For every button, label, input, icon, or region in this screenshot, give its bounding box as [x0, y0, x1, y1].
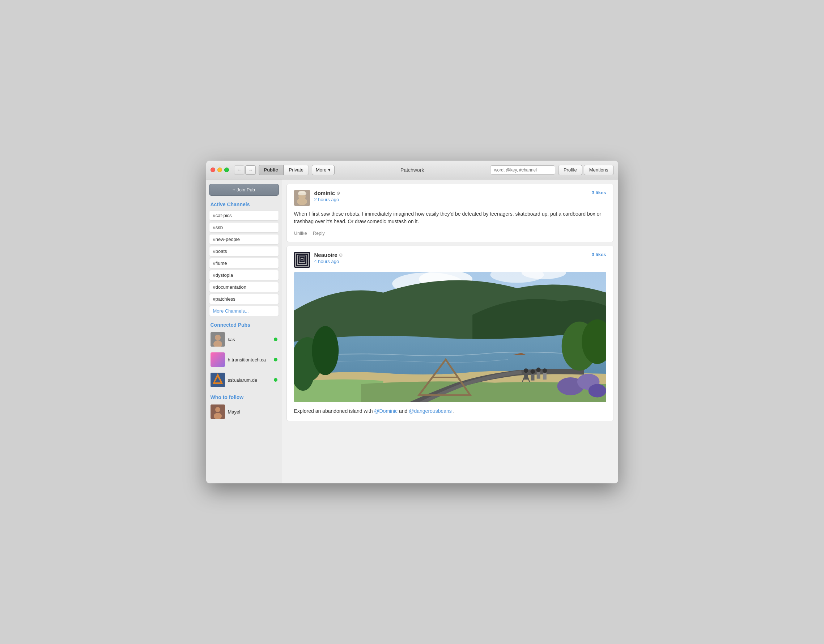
pub-ssb-alarum[interactable]: ssb.alarum.de	[209, 371, 279, 389]
channel-ssb[interactable]: #ssb	[209, 222, 279, 233]
svg-point-41	[536, 367, 540, 372]
post-dominic: dominic ⊙ 2 hours ago 3 likes When I fir…	[286, 184, 614, 242]
chevron-down-icon: ▾	[328, 167, 331, 172]
svg-point-7	[215, 407, 220, 412]
channel-documentation[interactable]: #documentation	[209, 282, 279, 292]
back-button[interactable]: ←	[234, 165, 244, 175]
post-header-2: Neauoire ⊙ 4 hours ago 3 likes	[294, 252, 606, 268]
unlike-button[interactable]: Unlike	[294, 231, 307, 236]
pub-transitiontech-avatar	[211, 352, 225, 367]
content-area: dominic ⊙ 2 hours ago 3 likes When I fir…	[282, 180, 618, 483]
who-to-follow-title: Who to follow	[209, 394, 279, 400]
app-title: Patchwork	[338, 167, 487, 173]
author-name-2: Neauoire ⊙	[314, 252, 343, 258]
nav-arrows: ← →	[234, 165, 256, 175]
right-buttons: Profile Mentions	[558, 165, 614, 175]
pub-transitiontech[interactable]: h.transitiontech.ca	[209, 351, 279, 368]
follow-mayel-avatar	[211, 404, 225, 419]
who-to-follow-section: Who to follow Mayel	[209, 394, 279, 420]
mention-dominic[interactable]: @Dominic	[374, 408, 398, 414]
svg-rect-40	[530, 374, 534, 380]
mention-dangerousbeans[interactable]: @dangerousbeans	[409, 408, 452, 414]
sidebar: + Join Pub Active Channels #cat-pics #ss…	[206, 180, 282, 483]
likes-count-1: 3 likes	[592, 190, 606, 195]
channel-flume[interactable]: #flume	[209, 258, 279, 269]
verified-icon-1: ⊙	[337, 191, 340, 196]
post-caption-2: Explored an abandoned island with @Domin…	[294, 407, 606, 415]
svg-point-43	[542, 368, 547, 373]
svg-point-39	[530, 369, 535, 374]
svg-rect-42	[537, 372, 540, 378]
avatar-neauoire[interactable]	[294, 252, 310, 268]
titlebar: ← → Public Private More ▾ Patchwork Prof…	[206, 161, 618, 180]
svg-point-14	[297, 198, 307, 205]
tab-public[interactable]: Public	[258, 165, 284, 175]
svg-point-1	[215, 335, 221, 340]
main-layout: + Join Pub Active Channels #cat-pics #ss…	[206, 180, 618, 483]
app-window: ← → Public Private More ▾ Patchwork Prof…	[206, 161, 618, 483]
post-image-neauoire	[294, 272, 606, 402]
minimize-button[interactable]	[217, 168, 222, 172]
post-meta-1: dominic ⊙ 2 hours ago	[314, 190, 340, 202]
online-indicator-2	[274, 358, 277, 361]
tab-private[interactable]: Private	[284, 165, 309, 175]
channel-dystopia[interactable]: #dystopia	[209, 270, 279, 280]
more-button[interactable]: More ▾	[312, 165, 335, 175]
search-input[interactable]	[490, 165, 555, 175]
author-name-1: dominic ⊙	[314, 190, 340, 196]
online-indicator	[274, 338, 277, 341]
svg-point-34	[588, 384, 606, 397]
more-channels-link[interactable]: More Channels...	[209, 306, 279, 316]
join-pub-button[interactable]: + Join Pub	[209, 184, 279, 196]
tab-group: Public Private	[258, 165, 309, 175]
likes-count-2: 3 likes	[592, 252, 606, 257]
svg-rect-15	[294, 252, 310, 268]
post-actions-1: Unlike Reply	[294, 231, 606, 236]
pub-kas-avatar	[211, 332, 225, 347]
channel-new-people[interactable]: #new-people	[209, 234, 279, 244]
post-time-1: 2 hours ago	[314, 197, 340, 202]
svg-point-35	[523, 368, 528, 373]
post-meta-2: Neauoire ⊙ 4 hours ago	[314, 252, 343, 264]
reply-button[interactable]: Reply	[313, 231, 325, 236]
active-channels-title: Active Channels	[209, 201, 279, 207]
pub-ssb-alarum-avatar	[211, 373, 225, 387]
post-author-info-2: Neauoire ⊙ 4 hours ago	[294, 252, 343, 268]
post-header-1: dominic ⊙ 2 hours ago 3 likes	[294, 190, 606, 206]
channel-boats[interactable]: #boats	[209, 246, 279, 257]
connected-pubs-title: Connected Pubs	[209, 322, 279, 328]
profile-button[interactable]: Profile	[558, 165, 583, 175]
close-button[interactable]	[211, 168, 215, 172]
follow-mayel[interactable]: Mayel	[209, 403, 279, 420]
maximize-button[interactable]	[224, 168, 229, 172]
channel-cat-pics[interactable]: #cat-pics	[209, 210, 279, 221]
mentions-button[interactable]: Mentions	[584, 165, 614, 175]
channel-patchless[interactable]: #patchless	[209, 294, 279, 304]
forward-button[interactable]: →	[245, 165, 256, 175]
svg-rect-44	[543, 373, 546, 380]
post-neauoire: Neauoire ⊙ 4 hours ago 3 likes	[286, 246, 614, 421]
post-time-2: 4 hours ago	[314, 259, 343, 264]
connected-pubs-section: Connected Pubs kas h.transitiontech.ca	[209, 322, 279, 389]
online-indicator-3	[274, 378, 277, 382]
svg-point-28	[312, 326, 338, 375]
verified-icon-2: ⊙	[339, 252, 343, 258]
svg-rect-36	[524, 373, 528, 380]
svg-point-13	[298, 191, 306, 193]
pub-kas[interactable]: kas	[209, 331, 279, 348]
traffic-lights	[211, 168, 229, 172]
post-text-1: When I first saw these robots, I immedia…	[294, 210, 606, 225]
post-author-info-1: dominic ⊙ 2 hours ago	[294, 190, 340, 206]
avatar-dominic[interactable]	[294, 190, 310, 206]
